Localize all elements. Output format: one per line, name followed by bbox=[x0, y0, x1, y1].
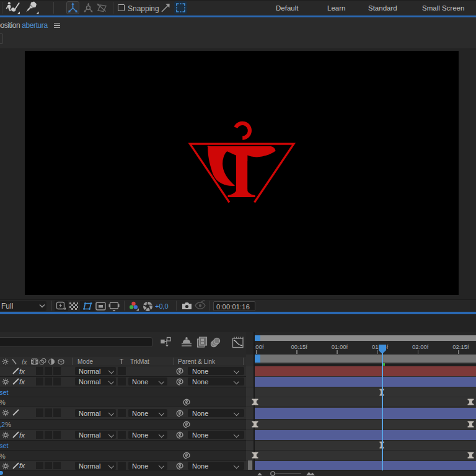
svg-text:fx: fx bbox=[22, 358, 27, 365]
